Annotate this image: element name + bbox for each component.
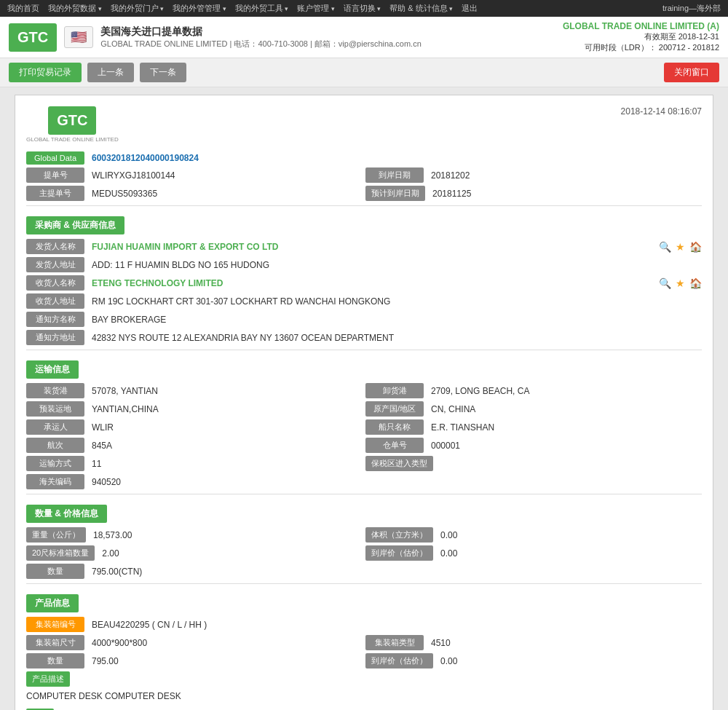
- print-button[interactable]: 打印贸易记录: [9, 63, 82, 82]
- origin-value: CN, CHINA: [428, 403, 702, 416]
- container-no-label: 仓单号: [365, 438, 424, 453]
- doc-logo-subtitle: GLOBAL TRADE ONLINE LIMITED: [26, 136, 119, 143]
- nav-tools[interactable]: 我的外贸工具: [235, 3, 289, 14]
- container-size-type-row: 集装箱尺寸 4000*900*800 集装箱类型 4510: [26, 635, 702, 650]
- quantity-value: 795.00(CTN): [89, 565, 702, 578]
- nav-home[interactable]: 我的首页: [7, 3, 39, 14]
- customs-code-value: 940520: [89, 476, 702, 489]
- quantity-row: 数量 795.00(CTN): [26, 564, 702, 579]
- page-subtitle: GLOBAL TRADE ONLINE LIMITED | 电话：400-710…: [100, 39, 422, 50]
- prod-qty-cell: 数量 795.00: [26, 653, 363, 668]
- nav-portal[interactable]: 我的外贸门户: [111, 3, 165, 14]
- main-content: GTC GLOBAL TRADE ONLINE LIMITED 2018-12-…: [0, 87, 728, 710]
- consignee-star-icon[interactable]: ★: [676, 277, 685, 289]
- nav-logout[interactable]: 退出: [462, 3, 478, 14]
- next-button[interactable]: 下一条: [140, 63, 186, 82]
- volume-value: 0.00: [438, 529, 702, 542]
- shipper-name-label: 发货人名称: [26, 239, 84, 254]
- load-place-cell: 预装运地 YANTIAN,CHINA: [26, 401, 363, 417]
- notify-name-label: 通知方名称: [26, 312, 84, 327]
- container-size-label: 集装箱尺寸: [26, 635, 84, 650]
- place-origin-row: 预装运地 YANTIAN,CHINA 原产国/地区 CN, CHINA: [26, 401, 702, 417]
- volume-label: 体积（立方米）: [365, 527, 433, 543]
- product-desc-value: COMPUTER DESK COMPUTER DESK: [26, 690, 702, 703]
- arrival-price-cell: 到岸价（估价） 0.00: [365, 545, 702, 561]
- shipper-search-icon[interactable]: 🔍: [659, 241, 671, 253]
- bill-no-label: 提单号: [26, 167, 84, 183]
- ports-row: 装货港 57078, YANTIAN 卸货港 2709, LONG BEACH,…: [26, 383, 702, 398]
- top-nav: 我的首页 我的外贸数据 我的外贸门户 我的外管管理 我的外贸工具 账户管理 语言…: [0, 0, 728, 17]
- page-title: 美国海关进口提单数据: [100, 25, 422, 39]
- divider-3: [26, 494, 702, 494]
- container-size-value: 4000*900*800: [89, 636, 363, 650]
- container-type-label: 集装箱类型: [365, 635, 424, 650]
- carrier-value: WLIR: [89, 421, 363, 434]
- container20-value: 2.00: [99, 547, 363, 560]
- nav-language[interactable]: 语言切换: [344, 3, 381, 14]
- bill-no-value: WLIRYXGJ18100144: [89, 169, 363, 182]
- divider-4: [26, 583, 702, 584]
- quantity-label: 数量: [26, 564, 84, 579]
- prod-container-no-row: 集装箱编号 BEAU4220295 ( CN / L / HH ): [26, 617, 702, 632]
- notify-addr-label: 通知方地址: [26, 330, 84, 345]
- consignee-home-icon[interactable]: 🏠: [689, 277, 702, 289]
- transport-mode-value: 11: [89, 457, 363, 470]
- ldr-label: 可用时段（LDR）：: [585, 43, 657, 52]
- global-data-value: 6003201812040000190824: [89, 151, 702, 165]
- document-card: GTC GLOBAL TRADE ONLINE LIMITED 2018-12-…: [15, 95, 713, 710]
- logo: GTC: [9, 23, 57, 52]
- transport-section-title: 运输信息: [26, 360, 79, 379]
- carrier-vessel-row: 承运人 WLIR 船只名称 E.R. TIANSHAN: [26, 419, 702, 435]
- prod-arrival-price-cell: 到岸价（估价） 0.00: [365, 653, 702, 668]
- nav-account[interactable]: 账户管理: [297, 3, 335, 14]
- master-bill-row: 主提单号 MEDUS5093365 预计到岸日期 20181125: [26, 186, 702, 201]
- global-data-label: Global Data: [26, 151, 84, 165]
- notify-addr-row: 通知方地址 42832 NYS ROUTE 12 ALEXANDRIA BAY …: [26, 330, 702, 345]
- container20-price-row: 20尺标准箱数量 2.00 到岸价（估价） 0.00: [26, 545, 702, 561]
- user-info: training—海外部: [662, 3, 721, 14]
- estimated-date-label: 预计到岸日期: [365, 186, 425, 201]
- shipper-name-row: 发货人名称 FUJIAN HUAMIN IMPORT & EXPORT CO L…: [26, 239, 702, 254]
- shipper-home-icon[interactable]: 🏠: [689, 241, 702, 253]
- consignee-addr-label: 收货人地址: [26, 293, 84, 309]
- prev-button[interactable]: 上一条: [87, 63, 134, 82]
- arrival-date-value: 20181202: [428, 169, 702, 182]
- prod-arrival-price-label: 到岸价（估价）: [365, 653, 433, 668]
- shipper-addr-label: 发货人地址: [26, 257, 84, 272]
- transport-mode-cell: 运输方式 11: [26, 456, 363, 471]
- consignee-addr-row: 收货人地址 RM 19C LOCKHART CRT 301-307 LOCKHA…: [26, 293, 702, 309]
- consignee-search-icon[interactable]: 🔍: [659, 277, 671, 289]
- product-desc-section: 产品描述 COMPUTER DESK COMPUTER DESK: [26, 671, 702, 703]
- consignee-name-value: ETENG TECHNOLOGY LIMITED: [89, 277, 654, 290]
- header-left: GTC 🇺🇸 美国海关进口提单数据 GLOBAL TRADE ONLINE LI…: [9, 23, 422, 52]
- nav-trade-data[interactable]: 我的外贸数据: [48, 3, 102, 14]
- shipper-star-icon[interactable]: ★: [676, 241, 685, 253]
- nav-management[interactable]: 我的外管管理: [173, 3, 226, 14]
- ftz-label: 保税区进入类型: [365, 456, 433, 471]
- master-bill-label: 主提单号: [26, 186, 84, 201]
- carrier-label: 承运人: [26, 419, 84, 435]
- carrier-cell: 承运人 WLIR: [26, 419, 363, 435]
- voyage-label: 航次: [26, 438, 84, 453]
- shipper-addr-row: 发货人地址 ADD: 11 F HUAMIN BLDG NO 165 HUDON…: [26, 257, 702, 272]
- header-title-group: 美国海关进口提单数据 GLOBAL TRADE ONLINE LIMITED |…: [100, 25, 422, 50]
- prod-qty-label: 数量: [26, 653, 84, 668]
- prod-container-no-label: 集装箱编号: [26, 617, 84, 632]
- container20-label: 20尺标准箱数量: [26, 545, 95, 561]
- voyage-value: 845A: [89, 439, 363, 452]
- divider-1: [26, 205, 702, 206]
- expire-date: 2018-12-31: [678, 32, 719, 41]
- master-bill-value: MEDUS5093365: [89, 187, 363, 200]
- close-button[interactable]: 关闭窗口: [664, 63, 719, 82]
- transport-mode-label: 运输方式: [26, 456, 84, 471]
- weight-value: 18,573.00: [90, 529, 363, 542]
- header-bar: GTC 🇺🇸 美国海关进口提单数据 GLOBAL TRADE ONLINE LI…: [0, 17, 728, 58]
- container20-cell: 20尺标准箱数量 2.00: [26, 545, 363, 561]
- transport-ftz-row: 运输方式 11 保税区进入类型: [26, 456, 702, 471]
- origin-cell: 原产国/地区 CN, CHINA: [365, 401, 702, 417]
- nav-help[interactable]: 帮助 & 统计信息: [389, 3, 453, 14]
- doc-header: GTC GLOBAL TRADE ONLINE LIMITED 2018-12-…: [26, 106, 702, 143]
- header-right: GLOBAL TRADE ONLINE LIMITED (A) 有效期至 201…: [563, 21, 719, 53]
- language-flag-button[interactable]: 🇺🇸: [64, 26, 93, 48]
- shipper-addr-value: ADD: 11 F HUAMIN BLDG NO 165 HUDONG: [89, 259, 702, 272]
